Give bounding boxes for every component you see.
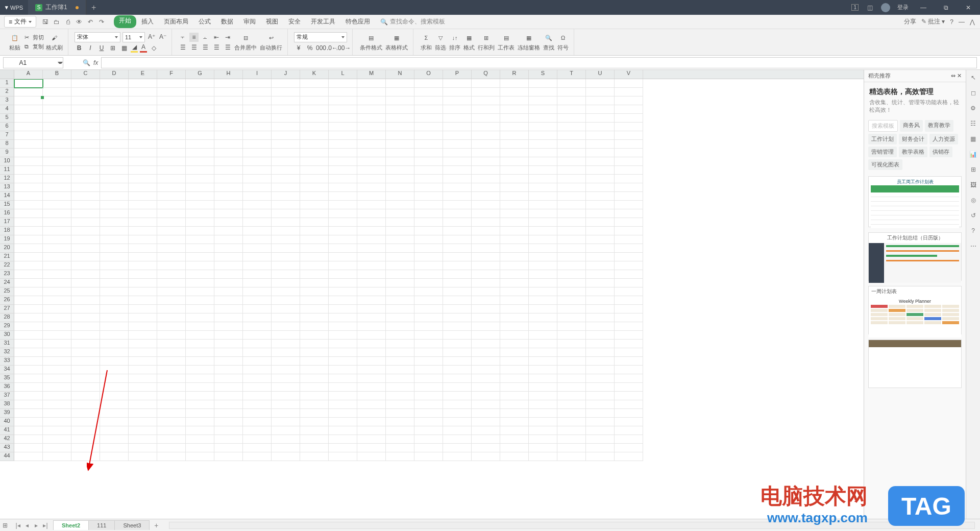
cell[interactable]	[100, 157, 129, 166]
cell[interactable]	[329, 366, 357, 374]
cell[interactable]	[557, 279, 586, 287]
cell[interactable]	[43, 287, 71, 296]
cell[interactable]	[300, 261, 329, 270]
cell[interactable]	[386, 331, 414, 340]
cell[interactable]	[71, 166, 100, 175]
cell[interactable]	[329, 296, 357, 305]
cell[interactable]	[71, 157, 100, 166]
cell[interactable]	[443, 235, 472, 244]
cell[interactable]	[214, 209, 243, 218]
cell[interactable]	[329, 192, 357, 201]
cell[interactable]	[329, 227, 357, 235]
cell[interactable]	[43, 149, 71, 157]
cell[interactable]	[214, 444, 243, 452]
cell[interactable]	[43, 157, 71, 166]
cell[interactable]	[557, 305, 586, 313]
cell[interactable]	[529, 374, 557, 383]
cell[interactable]	[186, 131, 214, 140]
cell[interactable]	[386, 96, 414, 105]
cell[interactable]	[557, 374, 586, 383]
worksheet-button[interactable]: ▤工作表	[497, 33, 516, 52]
cell[interactable]	[214, 322, 243, 331]
cell[interactable]	[357, 409, 386, 418]
cell[interactable]	[300, 313, 329, 322]
cell[interactable]	[100, 175, 129, 183]
increase-decimal-icon[interactable]: .00→	[339, 43, 348, 53]
cell[interactable]	[357, 313, 386, 322]
cell[interactable]	[557, 227, 586, 235]
cell[interactable]	[100, 192, 129, 201]
row-header[interactable]: 12	[0, 175, 14, 183]
cell[interactable]	[71, 183, 100, 192]
cell[interactable]	[472, 79, 500, 88]
col-header[interactable]: A	[14, 70, 43, 79]
cell[interactable]	[357, 157, 386, 166]
filter-item[interactable]: 工作计划	[868, 134, 897, 144]
cell[interactable]	[14, 244, 43, 253]
cell[interactable]	[14, 383, 43, 392]
cell[interactable]	[272, 114, 300, 123]
cell[interactable]	[472, 166, 500, 175]
cell[interactable]	[272, 383, 300, 392]
cell[interactable]	[586, 261, 615, 270]
cell[interactable]	[186, 157, 214, 166]
cell[interactable]	[357, 322, 386, 331]
cell[interactable]	[100, 209, 129, 218]
cell[interactable]	[615, 96, 643, 105]
cell[interactable]	[272, 357, 300, 366]
cell[interactable]	[300, 444, 329, 452]
cell[interactable]	[14, 88, 43, 96]
preview-icon[interactable]: 👁	[74, 17, 84, 27]
cell[interactable]	[272, 175, 300, 183]
menu-start[interactable]: 开始	[114, 15, 136, 28]
cell[interactable]	[529, 348, 557, 357]
cell[interactable]	[443, 88, 472, 96]
cell[interactable]	[129, 79, 157, 88]
cell[interactable]	[243, 270, 272, 279]
cell[interactable]	[615, 409, 643, 418]
cell[interactable]	[272, 253, 300, 261]
cell[interactable]	[472, 426, 500, 435]
cell[interactable]	[43, 270, 71, 279]
cell[interactable]	[557, 296, 586, 305]
cell[interactable]	[186, 183, 214, 192]
cell[interactable]	[272, 444, 300, 452]
cell[interactable]	[500, 96, 529, 105]
cell[interactable]	[357, 79, 386, 88]
cell[interactable]	[443, 192, 472, 201]
cell[interactable]	[129, 279, 157, 287]
cell[interactable]	[586, 296, 615, 305]
row-header[interactable]: 7	[0, 131, 14, 140]
cell[interactable]	[443, 166, 472, 175]
cell[interactable]	[329, 157, 357, 166]
cell[interactable]	[186, 166, 214, 175]
cell[interactable]	[14, 123, 43, 131]
cell[interactable]	[529, 201, 557, 209]
cell[interactable]	[500, 79, 529, 88]
cell[interactable]	[14, 348, 43, 357]
cell[interactable]	[529, 123, 557, 131]
menu-data[interactable]: 数据	[216, 15, 238, 28]
row-header[interactable]: 19	[0, 235, 14, 244]
cell[interactable]	[357, 131, 386, 140]
justify-icon[interactable]: ☰	[212, 43, 221, 52]
cell[interactable]	[186, 435, 214, 444]
row-header[interactable]: 23	[0, 270, 14, 279]
cell[interactable]	[414, 261, 443, 270]
cell[interactable]	[557, 392, 586, 400]
cell[interactable]	[100, 374, 129, 383]
cell[interactable]	[71, 313, 100, 322]
cell[interactable]	[157, 261, 186, 270]
cell[interactable]	[71, 253, 100, 261]
cell[interactable]	[71, 418, 100, 426]
cell[interactable]	[414, 418, 443, 426]
cell[interactable]	[71, 218, 100, 227]
help-icon[interactable]: ?	[950, 18, 953, 26]
cell[interactable]	[186, 227, 214, 235]
row-header[interactable]: 29	[0, 322, 14, 331]
cell[interactable]	[71, 383, 100, 392]
status-icon[interactable]: ⊞	[0, 522, 10, 529]
cursor-icon[interactable]: ↖	[969, 73, 978, 82]
sheet-tab-sheet2[interactable]: Sheet2	[53, 520, 89, 530]
cell[interactable]	[386, 322, 414, 331]
